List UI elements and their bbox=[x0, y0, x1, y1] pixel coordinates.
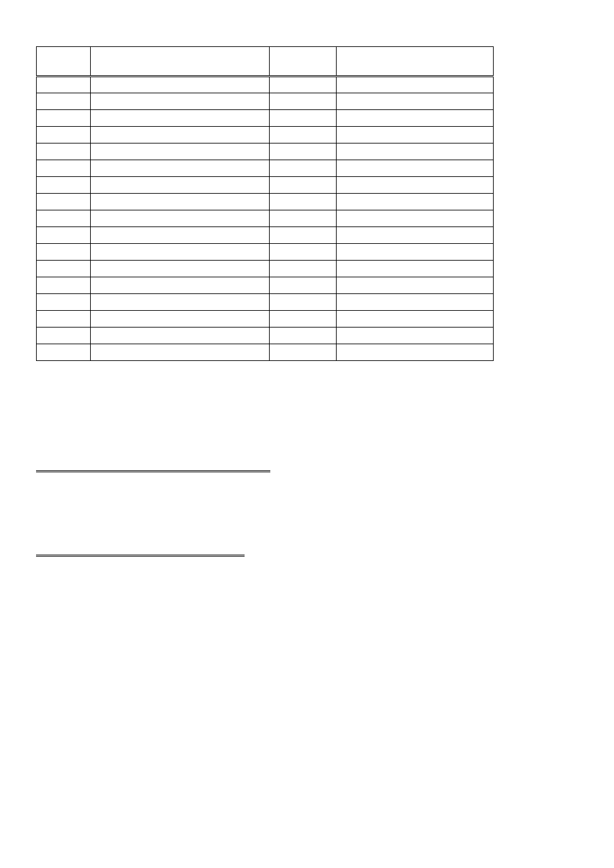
table-cell bbox=[337, 93, 494, 110]
table-cell bbox=[37, 244, 91, 261]
table-cell bbox=[37, 294, 91, 311]
data-table bbox=[36, 46, 494, 361]
table-cell bbox=[270, 227, 337, 244]
signature-line-1 bbox=[36, 470, 270, 472]
table-cell bbox=[91, 261, 270, 277]
table-cell bbox=[91, 244, 270, 261]
table-cell bbox=[91, 77, 270, 93]
table-cell bbox=[37, 194, 91, 210]
table-row bbox=[37, 210, 494, 227]
table-cell bbox=[337, 344, 494, 361]
table-header-cell bbox=[91, 47, 270, 77]
table-cell bbox=[337, 110, 494, 127]
table-cell bbox=[37, 344, 91, 361]
table-row bbox=[37, 294, 494, 311]
table-cell bbox=[91, 311, 270, 328]
table-cell bbox=[337, 127, 494, 143]
table-cell bbox=[270, 210, 337, 227]
table-cell bbox=[91, 277, 270, 294]
table-cell bbox=[270, 311, 337, 328]
table-cell bbox=[91, 160, 270, 177]
table-cell bbox=[337, 311, 494, 328]
table-header-row bbox=[37, 47, 494, 77]
table-cell bbox=[337, 227, 494, 244]
table-cell bbox=[337, 328, 494, 344]
table-cell bbox=[37, 277, 91, 294]
table-row bbox=[37, 110, 494, 127]
table-cell bbox=[91, 294, 270, 311]
table-cell bbox=[37, 177, 91, 194]
table-header-cell bbox=[270, 47, 337, 77]
table-row bbox=[37, 77, 494, 93]
table-cell bbox=[337, 261, 494, 277]
table-cell bbox=[91, 93, 270, 110]
table-cell bbox=[337, 294, 494, 311]
table-row bbox=[37, 277, 494, 294]
table-row bbox=[37, 177, 494, 194]
table-row bbox=[37, 244, 494, 261]
table-cell bbox=[91, 328, 270, 344]
table-row bbox=[37, 261, 494, 277]
table-cell bbox=[37, 127, 91, 143]
table-cell bbox=[37, 328, 91, 344]
table-row bbox=[37, 227, 494, 244]
table-cell bbox=[91, 344, 270, 361]
table-cell bbox=[270, 127, 337, 143]
table-row bbox=[37, 328, 494, 344]
table-cell bbox=[91, 227, 270, 244]
table-cell bbox=[337, 194, 494, 210]
table-cell bbox=[270, 194, 337, 210]
table-cell bbox=[270, 110, 337, 127]
table-cell bbox=[270, 93, 337, 110]
table-cell bbox=[91, 177, 270, 194]
table-cell bbox=[91, 210, 270, 227]
table-cell bbox=[337, 177, 494, 194]
table-cell bbox=[270, 160, 337, 177]
table-cell bbox=[37, 311, 91, 328]
table-row bbox=[37, 160, 494, 177]
table-cell bbox=[270, 143, 337, 160]
table-row bbox=[37, 143, 494, 160]
table-row bbox=[37, 311, 494, 328]
table-cell bbox=[37, 261, 91, 277]
table-cell bbox=[270, 77, 337, 93]
table-cell bbox=[270, 328, 337, 344]
table-cell bbox=[91, 194, 270, 210]
table-cell bbox=[337, 244, 494, 261]
table-row bbox=[37, 93, 494, 110]
table-cell bbox=[337, 210, 494, 227]
table-row bbox=[37, 127, 494, 143]
table-cell bbox=[270, 261, 337, 277]
table-cell bbox=[37, 110, 91, 127]
table-cell bbox=[37, 227, 91, 244]
signature-section bbox=[36, 361, 578, 557]
table-cell bbox=[270, 294, 337, 311]
table-cell bbox=[337, 77, 494, 93]
table-cell bbox=[270, 344, 337, 361]
table-cell bbox=[337, 160, 494, 177]
table-cell bbox=[270, 277, 337, 294]
table-cell bbox=[270, 244, 337, 261]
table-cell bbox=[91, 127, 270, 143]
table-body bbox=[37, 77, 494, 361]
table-cell bbox=[91, 143, 270, 160]
table-cell bbox=[270, 177, 337, 194]
table-cell bbox=[37, 210, 91, 227]
page-content bbox=[0, 0, 614, 557]
table-cell bbox=[337, 143, 494, 160]
table-row bbox=[37, 344, 494, 361]
table-header-cell bbox=[37, 47, 91, 77]
signature-line-2 bbox=[36, 555, 245, 557]
table-cell bbox=[37, 77, 91, 93]
table-cell bbox=[37, 143, 91, 160]
table-cell bbox=[37, 160, 91, 177]
table-cell bbox=[37, 93, 91, 110]
table-header-cell bbox=[337, 47, 494, 77]
table-row bbox=[37, 194, 494, 210]
table-cell bbox=[337, 277, 494, 294]
table-cell bbox=[91, 110, 270, 127]
